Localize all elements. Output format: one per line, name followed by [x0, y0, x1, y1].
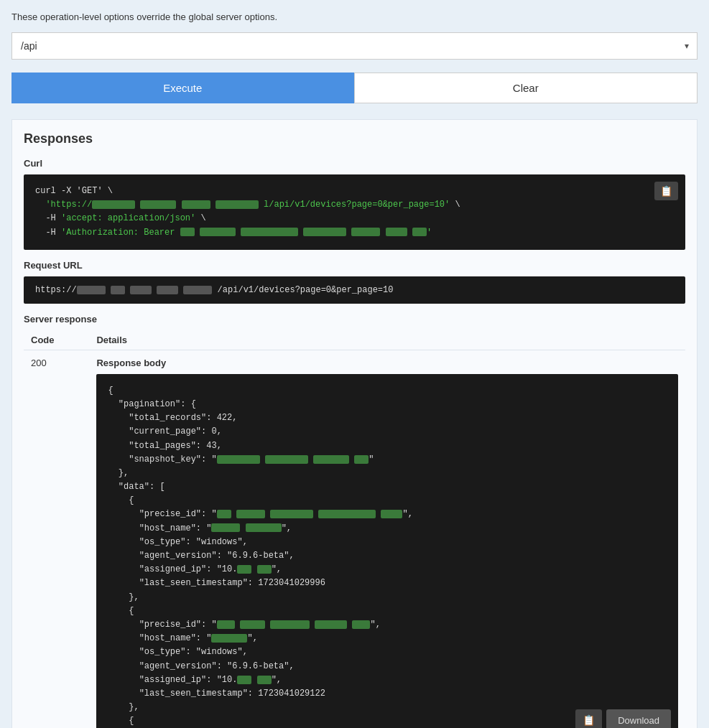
json-data-key: "data": [	[108, 480, 667, 494]
json-total-records: "total_records": 422,	[108, 411, 667, 425]
col-code: Code	[24, 330, 89, 350]
responses-section: Responses Curl curl -X 'GET' \ 'https://…	[11, 119, 698, 728]
col-details: Details	[89, 330, 685, 350]
json-last-seen-2: "last_seen_timestamp": 1723041029122	[108, 687, 667, 701]
curl-block: curl -X 'GET' \ 'https:// l/api/v1/devic…	[24, 174, 685, 250]
json-item1-close: },	[108, 591, 667, 605]
clear-button[interactable]: Clear	[354, 73, 698, 103]
curl-line2: 'https:// l/api/v1/devices?page=0&per_pa…	[35, 198, 674, 212]
server-response-label: Server response	[24, 314, 685, 325]
json-precise-id-2: "precise_id": " ",	[108, 618, 667, 632]
json-pagination-key: "pagination": {	[108, 398, 667, 411]
curl-line1: curl -X 'GET' \	[35, 185, 674, 198]
json-snapshot-key: "snapshot_key": " "	[108, 453, 667, 467]
json-current-page: "current_page": 0,	[108, 425, 667, 439]
response-body-label: Response body	[96, 358, 678, 368]
copy-json-button[interactable]: 📋	[575, 709, 602, 728]
status-code: 200	[24, 350, 89, 728]
download-button[interactable]: Download	[606, 709, 671, 728]
curl-line3: -H 'accept: application/json' \	[35, 212, 674, 225]
table-row: 200 Response body { "pagination": { "tot…	[24, 350, 685, 728]
json-assigned-ip-1: "assigned_ip": "10. ",	[108, 563, 667, 577]
json-agent-version-2: "agent_version": "6.9.6-beta",	[108, 660, 667, 673]
action-buttons: Execute Clear	[11, 73, 698, 103]
page-container: These operation-level options override t…	[0, 0, 709, 728]
json-data-item2-open: {	[108, 605, 667, 618]
json-os-type-2: "os_type": "windows",	[108, 645, 667, 659]
curl-line4: -H 'Authorization: Bearer '	[35, 226, 674, 240]
json-host-name-1: "host_name": " ",	[108, 522, 667, 536]
json-assigned-ip-2: "assigned_ip": "10. ",	[108, 673, 667, 687]
json-pagination-close: },	[108, 467, 667, 480]
response-details: Response body { "pagination": { "total_r…	[89, 350, 685, 728]
response-json-block: { "pagination": { "total_records": 422, …	[96, 374, 678, 728]
request-url-value: https:// /api/v1/devices?page=0&per_page…	[35, 285, 393, 295]
json-agent-version-1: "agent_version": "6.9.6-beta",	[108, 549, 667, 563]
curl-label: Curl	[24, 158, 685, 169]
api-select[interactable]: /api	[11, 32, 698, 60]
json-last-seen-1: "last_seen_timestamp": 1723041029996	[108, 577, 667, 590]
json-data-item1-open: {	[108, 494, 667, 508]
api-select-wrapper[interactable]: /api ▾	[11, 32, 698, 60]
responses-title: Responses	[24, 131, 685, 146]
response-table: Code Details 200 Response body { "pagina…	[24, 330, 685, 728]
json-action-buttons: 📋 Download	[575, 709, 671, 728]
json-precise-id-1: "precise_id": " ",	[108, 508, 667, 521]
curl-copy-button[interactable]: 📋	[654, 182, 678, 200]
info-text: These operation-level options override t…	[11, 11, 698, 22]
json-os-type-1: "os_type": "windows",	[108, 536, 667, 549]
execute-button[interactable]: Execute	[11, 73, 354, 103]
json-host-name-2: "host_name": "",	[108, 632, 667, 645]
request-url-label: Request URL	[24, 260, 685, 271]
json-line-open: {	[108, 384, 667, 398]
json-total-pages: "total_pages": 43,	[108, 439, 667, 453]
request-url-block: https:// /api/v1/devices?page=0&per_page…	[24, 276, 685, 304]
